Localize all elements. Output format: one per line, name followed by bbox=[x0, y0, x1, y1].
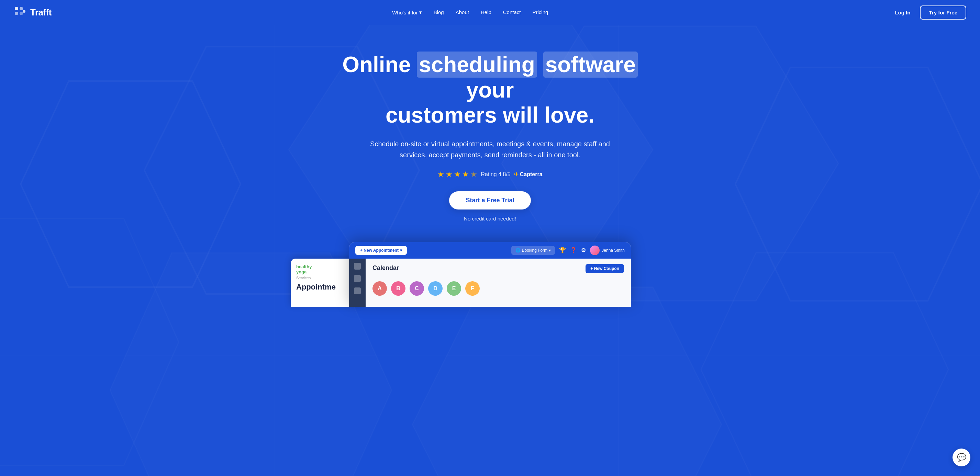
hero-title-part2: your bbox=[466, 78, 514, 102]
login-button[interactable]: Log In bbox=[889, 7, 916, 18]
svg-marker-13 bbox=[701, 253, 948, 476]
nav-link-about[interactable]: About bbox=[451, 6, 474, 18]
hero-title-part1: Online bbox=[342, 52, 417, 77]
nav-item-about[interactable]: About bbox=[451, 9, 474, 16]
rating-text: Rating 4.8/5 bbox=[481, 171, 510, 178]
star-4: ★ bbox=[462, 170, 469, 179]
svg-marker-12 bbox=[412, 287, 722, 476]
avatar-6: F bbox=[465, 281, 480, 296]
star-3: ★ bbox=[454, 170, 461, 179]
new-coupon-label: + New Coupon bbox=[590, 266, 619, 271]
logo-icon bbox=[14, 6, 27, 19]
globe-icon: 🌐 bbox=[515, 248, 520, 253]
booking-form-label: Booking Form bbox=[522, 248, 548, 253]
svg-marker-10 bbox=[0, 219, 179, 466]
svg-point-1 bbox=[19, 7, 23, 10]
svg-point-0 bbox=[15, 7, 18, 10]
svg-point-3 bbox=[19, 12, 23, 15]
app-topbar: + New Appointment ▾ 🌐 Booking Form ▾ 🏆 ❓… bbox=[349, 242, 631, 259]
sidebar-icon-2[interactable] bbox=[354, 275, 361, 282]
cta-area: Start a Free Trial No credit card needed… bbox=[342, 191, 638, 222]
user-badge[interactable]: Jenna Smith bbox=[590, 246, 625, 255]
new-coupon-button[interactable]: + New Coupon bbox=[585, 264, 624, 273]
dropdown-arrow-icon: ▾ bbox=[400, 248, 402, 253]
user-name: Jenna Smith bbox=[602, 248, 625, 253]
app-preview: healthyyoga Services Appointme + New App… bbox=[301, 242, 679, 307]
chat-icon: 💬 bbox=[957, 453, 966, 462]
nav-link-blog[interactable]: Blog bbox=[429, 6, 449, 18]
capterra-label: Capterra bbox=[520, 171, 542, 178]
star-half: ★ bbox=[471, 170, 477, 179]
app-main-content: Calendar + New Coupon A B C D E F bbox=[366, 259, 631, 307]
svg-point-2 bbox=[15, 12, 18, 15]
star-rating: ★ ★ ★ ★ ★ bbox=[438, 170, 477, 179]
hero-title-highlight2: software bbox=[543, 51, 638, 78]
nav-item-pricing[interactable]: Pricing bbox=[527, 9, 553, 16]
avatar-5: E bbox=[447, 281, 461, 296]
appointment-text: Appointme bbox=[296, 282, 354, 292]
avatar-2: B bbox=[391, 281, 406, 296]
rating-row: ★ ★ ★ ★ ★ Rating 4.8/5 ✈ Capterra bbox=[342, 170, 638, 179]
hero-title: Online scheduling software your customer… bbox=[342, 52, 638, 128]
app-body: Calendar + New Coupon A B C D E F bbox=[349, 259, 631, 307]
sidebar-icon-3[interactable] bbox=[354, 287, 361, 294]
logo[interactable]: Trafft bbox=[14, 6, 51, 19]
main-nav: Trafft Who's it for ▾ Blog About Help bbox=[0, 0, 980, 25]
nav-link-whos-it-for[interactable]: Who's it for ▾ bbox=[387, 6, 427, 18]
no-credit-text: No credit card needed! bbox=[342, 216, 638, 222]
booking-form-button[interactable]: 🌐 Booking Form ▾ bbox=[511, 246, 555, 255]
nav-item-whos-it-for[interactable]: Who's it for ▾ bbox=[387, 6, 427, 18]
star-2: ★ bbox=[445, 170, 453, 179]
start-free-trial-button[interactable]: Start a Free Trial bbox=[449, 191, 531, 209]
capterra-icon: ✈ bbox=[514, 171, 519, 178]
hero-subtitle: Schedule on-site or virtual appointments… bbox=[370, 138, 610, 160]
brand-name: Trafft bbox=[30, 7, 51, 18]
hero-title-highlight1: scheduling bbox=[417, 51, 537, 78]
question-icon[interactable]: ❓ bbox=[570, 247, 577, 254]
nav-link-pricing[interactable]: Pricing bbox=[527, 6, 553, 18]
avatar-4: D bbox=[428, 281, 442, 296]
nav-item-blog[interactable]: Blog bbox=[429, 9, 449, 16]
new-appointment-button[interactable]: + New Appointment ▾ bbox=[355, 246, 407, 255]
hero-title-space bbox=[537, 52, 543, 77]
svg-marker-5 bbox=[21, 81, 240, 287]
avatar-3: C bbox=[410, 281, 424, 296]
app-topbar-right: 🌐 Booking Form ▾ 🏆 ❓ ⚙ Jenna Smith bbox=[511, 246, 625, 255]
nav-link-contact[interactable]: Contact bbox=[498, 6, 526, 18]
star-1: ★ bbox=[438, 170, 444, 179]
capterra-badge: ✈ Capterra bbox=[514, 171, 542, 178]
app-topbar-left: + New Appointment ▾ bbox=[355, 246, 407, 255]
nav-item-help[interactable]: Help bbox=[476, 9, 496, 16]
user-avatar bbox=[590, 246, 600, 255]
hero-section: Online scheduling software your customer… bbox=[0, 25, 980, 476]
new-appointment-label: + New Appointment bbox=[360, 248, 399, 253]
nav-menu: Who's it for ▾ Blog About Help Contact bbox=[387, 6, 553, 18]
nav-right: Log In Try for Free bbox=[889, 5, 966, 19]
healthy-yoga-logo: healthyyoga bbox=[296, 264, 354, 274]
svg-point-4 bbox=[23, 10, 25, 13]
chat-bubble-button[interactable]: 💬 bbox=[953, 449, 970, 466]
hero-title-line2: customers will love. bbox=[385, 103, 595, 127]
sidebar-icon-1[interactable] bbox=[354, 263, 361, 270]
app-window: + New Appointment ▾ 🌐 Booking Form ▾ 🏆 ❓… bbox=[349, 242, 631, 307]
booking-form-dropdown-icon: ▾ bbox=[549, 248, 551, 253]
services-label: Services bbox=[296, 276, 354, 280]
nav-link-help[interactable]: Help bbox=[476, 6, 496, 18]
settings-icon[interactable]: ⚙ bbox=[581, 247, 586, 254]
avatars-row: A B C D E F bbox=[372, 281, 624, 296]
calendar-title: Calendar bbox=[372, 265, 399, 272]
try-for-free-button[interactable]: Try for Free bbox=[920, 5, 966, 19]
hero-content: Online scheduling software your customer… bbox=[336, 25, 644, 235]
app-sidebar bbox=[349, 259, 366, 307]
nav-item-contact[interactable]: Contact bbox=[498, 9, 526, 16]
avatar-1: A bbox=[372, 281, 387, 296]
trophy-icon: 🏆 bbox=[559, 247, 566, 254]
chevron-down-icon: ▾ bbox=[419, 9, 422, 16]
svg-marker-9 bbox=[735, 67, 980, 301]
